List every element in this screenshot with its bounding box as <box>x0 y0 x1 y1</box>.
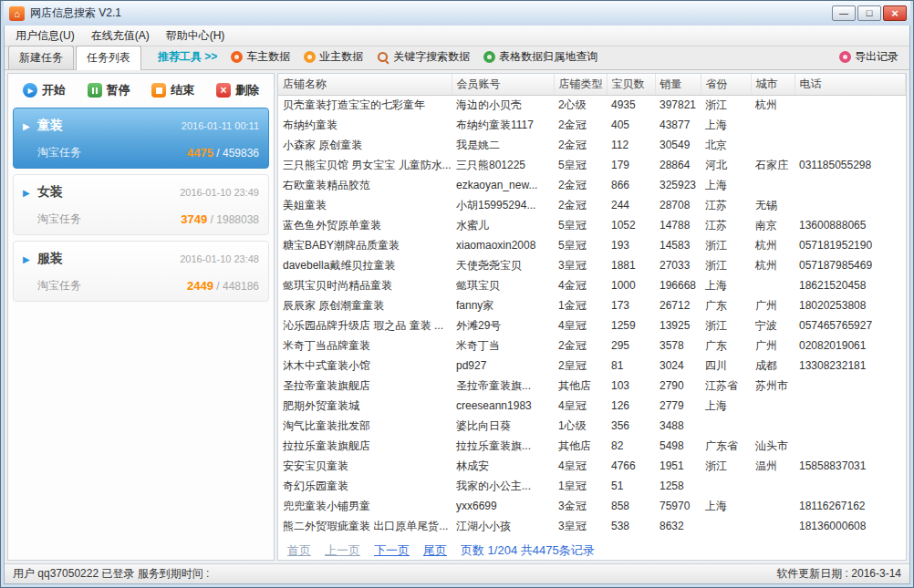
column-header[interactable]: 电话 <box>795 74 906 95</box>
delete-button[interactable]: 删除 <box>216 82 259 98</box>
table-cell: 4935 <box>607 95 655 115</box>
column-header[interactable]: 宝贝数 <box>607 74 655 95</box>
table-row[interactable]: 拉拉乐童装旗舰店拉拉乐童装旗...其他店825498广东省汕头市 <box>278 436 906 456</box>
minimize-button[interactable] <box>832 5 856 21</box>
table-cell: 婆比向日葵 <box>452 416 554 436</box>
table-cell: 2金冠 <box>554 115 607 135</box>
table-cell: 51 <box>607 476 655 496</box>
table-cell: 蓝色鱼外贸原单童装 <box>278 215 452 235</box>
table-row[interactable]: 淘气比童装批发部婆比向日葵1心级3563488 <box>278 416 906 436</box>
export-records-button[interactable]: 导出记录 <box>839 49 898 65</box>
table-data-location-button[interactable]: 表格数据归属地查询 <box>483 49 597 65</box>
delete-icon <box>216 83 231 98</box>
table-cell: 安安宝贝童装 <box>278 456 452 476</box>
table-cell: 193 <box>607 235 655 255</box>
maximize-button[interactable] <box>857 5 881 21</box>
table-cell: 三只熊宝贝馆 男女宝宝 儿童防水... <box>278 155 452 175</box>
menubar: 用户信息(U) 在线充值(A) 帮助中心(H) <box>5 26 909 46</box>
table-row[interactable]: 奇幻乐园童装我家的小公主...1皇冠511258 <box>278 476 906 496</box>
table-cell: 上海 <box>701 175 751 195</box>
table-cell: 江苏省 <box>701 376 751 396</box>
table-row[interactable]: 圣拉帝童装旗舰店圣拉帝童装旗...其他店1032790江苏省苏州市 <box>278 376 906 396</box>
column-header[interactable]: 店铺类型 <box>554 74 607 95</box>
table-row[interactable]: 辰辰家 原创潮童童装fanny家1金冠17326712广东广州180202538… <box>278 295 906 315</box>
keyword-search-data-button[interactable]: 关键字搜索数据 <box>377 49 470 65</box>
table-cell: 82 <box>607 436 655 456</box>
table-cell: 81 <box>607 356 655 376</box>
table-row[interactable]: 小森家 原创童装我是姚二2金冠11230549北京 <box>278 135 906 155</box>
table-cell: 广东 <box>701 295 751 315</box>
tab-task-list[interactable]: 任务列表 <box>76 46 141 70</box>
column-header[interactable]: 店铺名称 <box>278 74 452 95</box>
property-owner-data-button[interactable]: 业主数据 <box>304 49 363 65</box>
table-cell: 石家庄 <box>751 155 795 175</box>
close-button[interactable] <box>883 5 907 21</box>
table-row[interactable]: 沁乐园品牌升级店 瑕之品 童装 ...外滩29号4皇冠125913925浙江宁波… <box>278 315 906 335</box>
prev-page-link[interactable]: 上一页 <box>325 542 360 559</box>
next-page-link[interactable]: 下一页 <box>374 542 410 559</box>
table-row[interactable]: 懿琪宝贝时尚精品童装懿琪宝贝4金冠1000196668上海18621520458 <box>278 275 906 295</box>
table-cell: 浙江 <box>701 456 751 476</box>
menu-user-info[interactable]: 用户信息(U) <box>7 26 83 46</box>
column-header[interactable]: 省份 <box>701 74 751 95</box>
table-row[interactable]: 熊二外贸瑕疵童装 出口原单尾货...江湖小小孩3皇冠53886321813600… <box>278 516 906 536</box>
owner-data-icon <box>304 51 316 63</box>
task-toolbar: 开始 暂停 结束 删除 <box>8 74 274 105</box>
table-row[interactable]: 安安宝贝童装林成安4皇冠47661951浙江温州15858837031 <box>278 456 906 476</box>
table-cell: 成都 <box>751 356 795 376</box>
tab-new-task[interactable]: 新建任务 <box>8 46 74 69</box>
table-header-row: 店铺名称会员账号店铺类型宝贝数销量省份城市电话 <box>278 74 906 95</box>
table-cell: 14583 <box>655 235 701 255</box>
pause-button[interactable]: 暂停 <box>88 82 130 98</box>
table-cell: 103 <box>607 376 655 396</box>
table-cell: 4皇冠 <box>554 315 607 335</box>
start-button[interactable]: 开始 <box>23 82 66 98</box>
app-icon <box>9 6 25 21</box>
table-row[interactable]: 米奇丁当品牌童装米奇丁当2金冠2953578广东广州02082019061 <box>278 335 906 356</box>
stop-button[interactable]: 结束 <box>151 82 194 98</box>
task-item[interactable]: 服装2016-01-10 23:48淘宝任务2449 / 448186 <box>13 241 269 302</box>
table-cell: 上海 <box>701 396 751 416</box>
table-cell: 美姐童装 <box>278 195 452 215</box>
menu-online-recharge[interactable]: 在线充值(A) <box>83 26 158 46</box>
task-item[interactable]: 女装2016-01-10 23:49淘宝任务3749 / 1988038 <box>13 174 269 235</box>
table-row[interactable]: 三只熊宝贝馆 男女宝宝 儿童防水...三只熊8012255皇冠17928864河… <box>278 155 906 175</box>
table-row[interactable]: 兜兜童装小铺男童yxx66993金冠85875970上海18116267162 <box>278 496 906 516</box>
table-row[interactable]: 贝壳童装打造宝宝的七彩童年海边的小贝壳2心级4935397821浙江杭州 <box>278 95 906 115</box>
table-cell: 广州 <box>751 295 795 315</box>
car-owner-data-button[interactable]: 车主数据 <box>231 49 290 65</box>
first-page-link[interactable]: 首页 <box>287 542 311 559</box>
table-row[interactable]: 沐木中式童装小馆pd9272皇冠813024四川成都13308232181 <box>278 356 906 376</box>
table-cell: 179 <box>607 155 655 175</box>
table-cell: 外滩29号 <box>452 315 554 335</box>
menu-help-center[interactable]: 帮助中心(H) <box>158 26 234 46</box>
column-header[interactable]: 城市 <box>751 74 795 95</box>
table-row[interactable]: 美姐童装小胡15995294...2金冠24428708江苏无锡 <box>278 195 906 215</box>
table-cell: 熊二外贸瑕疵童装 出口原单尾货... <box>278 516 452 536</box>
table-cell: 02082019061 <box>795 335 906 356</box>
app-window: 网店信息搜索 V2.1 用户信息(U) 在线充值(A) 帮助中心(H) 新建任务… <box>0 0 914 588</box>
task-play-icon <box>23 254 37 264</box>
table-cell: 三只熊801225 <box>452 155 554 175</box>
table-row[interactable]: davebella戴维贝拉童装天使尧尧宝贝3皇冠188127033浙江杭州057… <box>278 255 906 275</box>
table-row[interactable]: 蓝色鱼外贸原单童装水蜜儿5皇冠105214788江苏南京13600888065 <box>278 215 906 235</box>
table-cell: 5皇冠 <box>554 155 607 175</box>
column-header[interactable]: 销量 <box>655 74 701 95</box>
table-cell: 2金冠 <box>554 135 607 155</box>
task-time: 2016-01-11 00:11 <box>182 120 259 131</box>
column-header[interactable]: 会员账号 <box>452 74 554 95</box>
last-page-link[interactable]: 尾页 <box>423 542 447 559</box>
table-row[interactable]: 右欧童装精品胶范ezkaoyan_new...2金冠866325923上海 <box>278 175 906 195</box>
recommend-tools-link[interactable]: 推荐工具 >> <box>158 49 217 65</box>
table-cell: 苏州市 <box>751 376 795 396</box>
table-row[interactable]: 布纳约童装布纳约童装11172金冠40543877上海 <box>278 115 906 135</box>
window-controls <box>832 5 907 21</box>
table-cell: 小森家 原创童装 <box>278 135 452 155</box>
table-row[interactable]: 糖宝BABY潮牌品质童装xiaomaoxin20085皇冠19314583浙江杭… <box>278 235 906 255</box>
table-cell <box>795 476 906 496</box>
task-item[interactable]: 童装2016-01-11 00:11淘宝任务4475 / 459836 <box>13 108 269 169</box>
table-cell: 28864 <box>655 155 701 175</box>
table-row[interactable]: 肥期外贸童装城creeseann19834皇冠1262779上海 <box>278 396 906 416</box>
top-toolbar: 推荐工具 >> 车主数据 业主数据 关键字搜索数据 表格数据归属地查询 <box>158 49 906 69</box>
table-cell: 我是姚二 <box>452 135 554 155</box>
